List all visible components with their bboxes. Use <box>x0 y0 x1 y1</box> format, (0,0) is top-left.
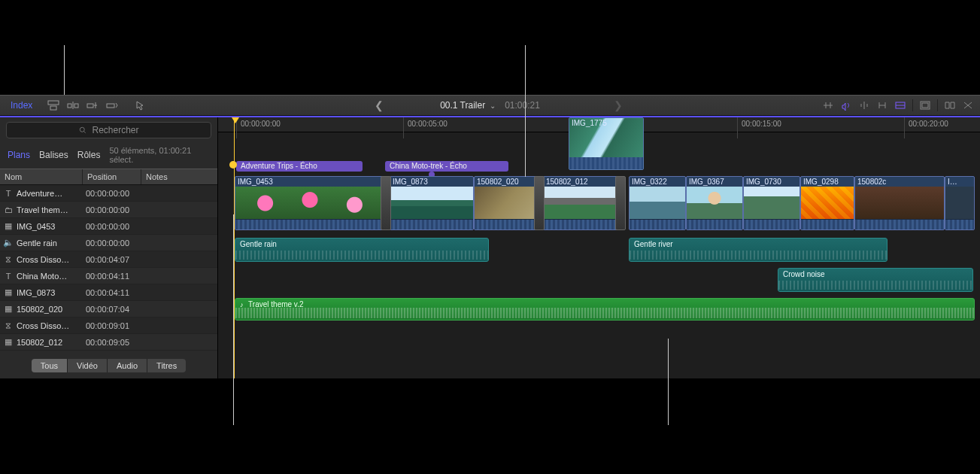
index-header-row: Nom Position Notes <box>0 169 217 185</box>
audio-clip-label: Gentle rain <box>240 240 277 248</box>
clip-waveform <box>855 219 944 229</box>
clip-waveform <box>569 157 643 169</box>
callout-line-top-left <box>64 45 65 95</box>
index-row[interactable]: ▦IMG_087300:00:04:11 <box>0 284 217 301</box>
history-back-button[interactable]: ❮ <box>369 99 390 111</box>
story-clip[interactable]: IMG_0873 <box>390 176 474 230</box>
story-clip[interactable]: 150802_012 <box>543 176 618 230</box>
title-icon: T <box>0 189 17 198</box>
tab-roles[interactable]: Rôles <box>77 150 101 160</box>
svg-rect-4 <box>87 104 93 108</box>
col-header-position[interactable]: Position <box>83 169 141 184</box>
search-icon <box>78 126 87 135</box>
clip-thumbnail <box>945 187 974 220</box>
svg-rect-2 <box>68 104 71 108</box>
filter-all[interactable]: Tous <box>32 359 68 372</box>
audio-clip[interactable]: Crowd noise <box>778 268 973 292</box>
search-placeholder: Rechercher <box>92 125 138 135</box>
index-search-field[interactable]: Rechercher <box>6 122 211 138</box>
insert-clip-icon[interactable] <box>65 99 80 112</box>
clip-waveform <box>544 219 617 229</box>
audio-clip-label: Crowd noise <box>783 270 825 278</box>
story-clip[interactable]: 150802c <box>854 176 945 230</box>
index-filter-segmented: Tous Vidéo Audio Titres <box>0 354 217 378</box>
index-row[interactable]: TChina Moto…00:00:04:11 <box>0 268 217 284</box>
filter-titles[interactable]: Titres <box>147 359 186 372</box>
audio-clip[interactable]: Gentle rain <box>235 238 489 262</box>
connected-clip[interactable]: IMG_1775 <box>569 117 644 170</box>
filter-video[interactable]: Vidéo <box>68 359 108 372</box>
overwrite-clip-icon[interactable] <box>105 99 120 112</box>
col-header-name[interactable]: Nom <box>0 169 83 184</box>
audio-clip-label: Gentle river <box>634 240 673 248</box>
music-clip[interactable]: ♪ Travel theme v.2 <box>235 298 975 321</box>
transition-icon: ⧖ <box>0 254 17 264</box>
story-clip[interactable]: I… <box>945 176 975 230</box>
story-clip[interactable]: IMG_0298 <box>800 176 854 230</box>
tab-plans[interactable]: Plans <box>8 150 30 160</box>
clip-label: IMG_1775 <box>572 119 607 127</box>
filter-audio[interactable]: Audio <box>108 359 147 372</box>
film-icon: ▦ <box>0 304 17 314</box>
timeline-index-panel: Rechercher Plans Balises Rôles 50 élémen… <box>0 117 218 378</box>
project-dropdown-caret[interactable]: ⌄ <box>490 102 496 110</box>
story-clip[interactable]: IMG_0367 <box>686 176 743 230</box>
clip-waveform <box>390 219 473 229</box>
clip-thumbnail <box>390 187 473 220</box>
tab-balises[interactable]: Balises <box>39 150 68 160</box>
skimming-icon[interactable] <box>821 99 836 111</box>
transition-clip[interactable] <box>381 176 391 230</box>
story-clip[interactable]: IMG_0730 <box>743 176 800 230</box>
transition-icon: ⧖ <box>0 321 17 330</box>
snapping-icon[interactable] <box>875 99 890 111</box>
primary-storyline: IMG_0453 IMG_0873 150802_020 150 <box>235 176 980 233</box>
col-header-notes[interactable]: Notes <box>141 169 217 184</box>
story-clip[interactable]: IMG_0453 <box>235 176 385 230</box>
clip-waveform <box>687 219 742 229</box>
connect-clip-above-icon[interactable] <box>46 99 61 112</box>
svg-rect-5 <box>107 104 114 108</box>
index-row[interactable]: ▦IMG_045300:00:00:00 <box>0 218 217 235</box>
index-row[interactable]: ⧖Cross Disso…00:00:04:07 <box>0 251 217 268</box>
index-row[interactable]: ▦150802_02000:00:07:04 <box>0 301 217 318</box>
clip-connect-tools <box>43 99 120 112</box>
svg-rect-0 <box>48 101 59 105</box>
folder-icon: 🗀 <box>0 205 17 214</box>
titles-browser-icon[interactable] <box>960 99 975 111</box>
index-row[interactable]: ▦150802_01200:00:09:05 <box>0 334 217 351</box>
clip-waveform <box>945 219 974 229</box>
title-clip[interactable]: Adventure Trips - Écho <box>236 161 363 172</box>
index-row[interactable]: 🔈Gentle rain00:00:00:00 <box>0 235 217 251</box>
audio-clip[interactable]: Gentle river <box>629 238 887 262</box>
timeline-window: Index ❮ 00.1 Trailer ⌄ 01:00:21 ❯ <box>0 95 980 378</box>
append-clip-icon[interactable] <box>85 99 100 112</box>
audio-skimming-icon[interactable] <box>839 99 854 111</box>
effects-browser-icon[interactable] <box>918 99 933 111</box>
clip-thumbnail <box>630 187 685 220</box>
audio-waveform <box>778 281 972 290</box>
pointer-tool-icon[interactable] <box>133 99 148 112</box>
clip-waveform <box>801 219 854 229</box>
playhead-handle[interactable] <box>232 117 239 123</box>
index-button[interactable]: Index <box>0 100 43 111</box>
clip-thumbnail <box>475 187 538 220</box>
title-clip[interactable]: China Moto-trek - Écho <box>385 161 508 172</box>
transition-clip[interactable] <box>534 176 545 230</box>
index-tabs: Plans Balises Rôles 50 éléments, 01:00:2… <box>0 143 217 169</box>
index-row[interactable]: 🗀Travel them…00:00:00:00 <box>0 202 217 218</box>
index-row[interactable]: TAdventure…00:00:00:00 <box>0 185 217 202</box>
clip-appearance-icon[interactable] <box>893 99 908 111</box>
audio-waveform <box>235 308 974 318</box>
index-row[interactable]: ⧖Cross Disso…00:00:09:01 <box>0 318 217 334</box>
story-clip[interactable]: 150802_020 <box>474 176 539 230</box>
clip-waveform <box>475 219 538 229</box>
transition-clip[interactable] <box>615 176 626 230</box>
film-icon: ▦ <box>0 337 17 347</box>
transitions-browser-icon[interactable] <box>942 99 957 111</box>
svg-rect-3 <box>74 104 78 108</box>
timeline-area[interactable]: 00:00:00:00 00:00:05:00 00:00:10:00 00:0… <box>218 117 980 378</box>
solo-icon[interactable] <box>857 99 872 111</box>
index-rows: TAdventure…00:00:00:00 🗀Travel them…00:0… <box>0 185 217 354</box>
history-forward-button[interactable]: ❯ <box>608 99 629 111</box>
story-clip[interactable]: IMG_0322 <box>629 176 686 230</box>
